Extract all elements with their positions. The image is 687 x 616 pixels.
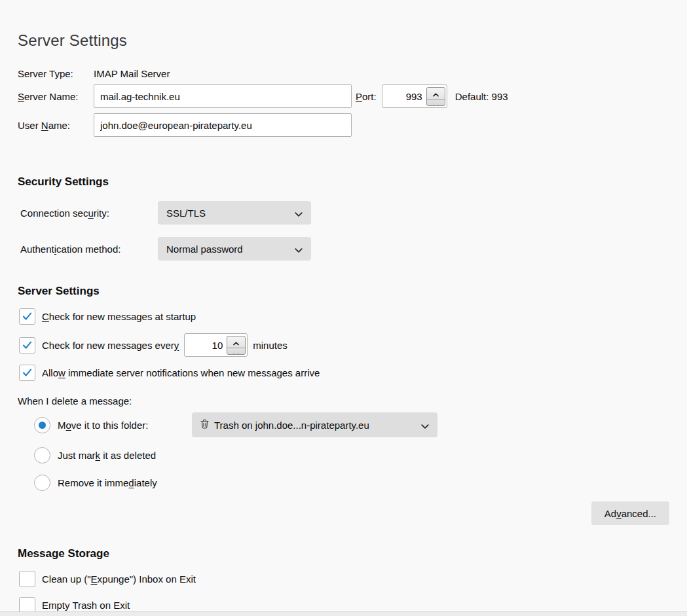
authentication-method-dropdown[interactable]: Normal password — [158, 237, 311, 261]
security-settings-heading: Security Settings — [18, 175, 669, 189]
delete-remove-label: Remove it immediately — [58, 477, 157, 488]
authentication-method-value: Normal password — [166, 244, 243, 255]
delete-remove-row: Remove it immediately — [34, 475, 669, 491]
port-default-text: Default: 993 — [455, 91, 508, 102]
delete-mark-label: Just mark it as deleted — [58, 450, 156, 461]
chevron-up-icon — [433, 88, 439, 99]
check-icon — [22, 312, 32, 321]
check-interval-row: Check for new messages every minutes — [19, 333, 669, 357]
port-group: Port: Default: 993 — [356, 84, 508, 108]
bottom-panel-edge — [0, 611, 687, 616]
chevron-down-icon — [295, 244, 303, 255]
port-spinner — [382, 84, 447, 108]
server-settings-panel: { "title": "Server Settings", "server": … — [0, 0, 687, 616]
port-input[interactable] — [382, 91, 426, 102]
delete-mark-row: Just mark it as deleted — [34, 447, 669, 463]
chevron-down-icon — [295, 208, 303, 219]
advanced-row: Advanced... — [18, 501, 669, 525]
user-name-row: User Name: — [18, 113, 669, 137]
chevron-down-icon — [421, 420, 429, 431]
user-name-input[interactable] — [94, 113, 352, 137]
page-title: Server Settings — [18, 31, 669, 50]
server-type-row: Server Type: IMAP Mail Server — [18, 67, 669, 80]
port-label: Port: — [356, 91, 377, 102]
connection-security-row: Connection security: SSL/TLS — [18, 201, 669, 225]
trash-folder-value: Trash on john.doe...n-pirateparty.eu — [214, 420, 416, 431]
delete-move-label: Move it to this folder: — [58, 420, 192, 431]
check-startup-label: Check for new messages at startup — [42, 311, 196, 322]
interval-input[interactable] — [185, 340, 227, 351]
delete-move-radio[interactable] — [34, 417, 50, 433]
interval-spinner — [184, 333, 248, 357]
expunge-row: Clean up ("Expunge") Inbox on Exit — [19, 571, 669, 587]
check-icon — [22, 369, 32, 377]
interval-decrement-button[interactable] — [227, 348, 245, 355]
interval-suffix: minutes — [253, 340, 288, 351]
authentication-method-row: Authentication method: Normal password — [18, 237, 669, 261]
user-name-label: User Name: — [18, 120, 94, 131]
radio-dot — [39, 422, 46, 429]
port-increment-button[interactable] — [427, 88, 445, 99]
expunge-label: Clean up ("Expunge") Inbox on Exit — [42, 573, 196, 585]
empty-trash-label: Empty Trash on Exit — [42, 600, 130, 611]
server-name-row: Server Name: Port: Default: 993 — [18, 84, 669, 108]
interval-increment-button[interactable] — [227, 336, 245, 348]
check-interval-label: Check for new messages every — [42, 340, 179, 351]
chevron-up-icon — [233, 336, 239, 348]
connection-security-label: Connection security: — [20, 208, 158, 219]
trash-folder-dropdown[interactable]: Trash on john.doe...n-pirateparty.eu — [192, 412, 437, 437]
message-storage-heading: Message Storage — [18, 547, 669, 560]
connection-security-dropdown[interactable]: SSL/TLS — [158, 201, 311, 225]
check-icon — [22, 341, 32, 350]
check-notifications-row: Allow immediate server notifications whe… — [19, 365, 669, 381]
port-spin-buttons — [426, 87, 445, 106]
check-startup-row: Check for new messages at startup — [19, 308, 669, 325]
check-notifications-checkbox[interactable] — [19, 365, 35, 381]
authentication-method-label: Authentication method: — [20, 244, 158, 255]
delete-mark-radio[interactable] — [34, 447, 50, 463]
expunge-checkbox[interactable] — [19, 571, 35, 587]
delete-remove-radio[interactable] — [34, 475, 50, 491]
connection-security-value: SSL/TLS — [166, 208, 206, 219]
server-type-value: IMAP Mail Server — [94, 68, 170, 79]
check-startup-checkbox[interactable] — [19, 308, 35, 325]
interval-spin-buttons — [227, 336, 246, 355]
server-type-label: Server Type: — [18, 68, 94, 79]
check-interval-checkbox[interactable] — [19, 337, 35, 353]
when-delete-label: When I delete a message: — [18, 395, 669, 407]
delete-move-row: Move it to this folder: Trash on john.do… — [34, 412, 669, 437]
chevron-down-icon — [433, 100, 439, 106]
advanced-button[interactable]: Advanced... — [591, 501, 669, 525]
port-decrement-button[interactable] — [427, 99, 445, 106]
server-name-label: Server Name: — [18, 91, 94, 102]
trash-icon — [200, 419, 209, 431]
chevron-down-icon — [233, 348, 239, 355]
server-settings-section-heading: Server Settings — [18, 284, 669, 298]
check-notifications-label: Allow immediate server notifications whe… — [42, 367, 320, 378]
server-name-input[interactable] — [94, 84, 352, 108]
